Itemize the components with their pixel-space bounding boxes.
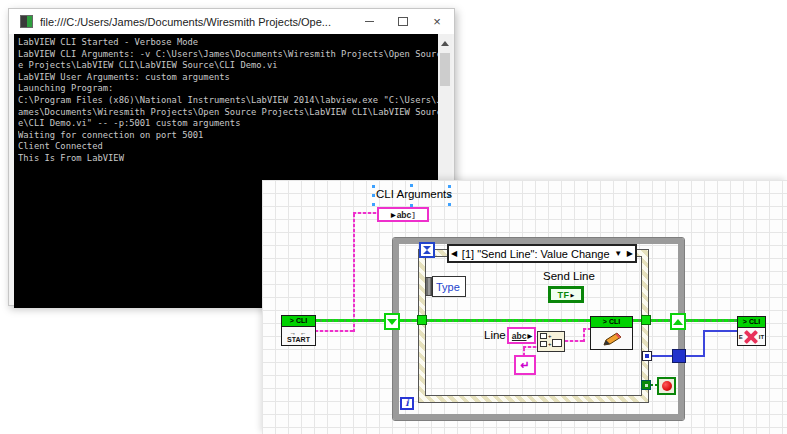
numeric-wire[interactable] (651, 355, 672, 357)
line-label[interactable]: Line (484, 329, 506, 341)
case-dropdown-icon[interactable]: ▼ (614, 249, 622, 258)
scroll-up-button[interactable] (438, 38, 452, 48)
string-wire[interactable] (583, 328, 585, 342)
event-tunnel-numeric[interactable] (642, 351, 652, 361)
hourglass-icon (423, 250, 431, 254)
exit-letters-it: IT (759, 334, 764, 340)
console-line: e Projects\LabVIEW CLI\LabVIEW Source\CL… (18, 60, 438, 72)
cli-arguments-label[interactable]: CLI Arguments (376, 188, 452, 200)
terminal-bracket: ] (412, 210, 415, 219)
event-tunnel-out[interactable] (641, 315, 651, 325)
scrollbar-thumb[interactable] (440, 53, 450, 86)
boolean-terminal-text: TF (558, 290, 570, 300)
pencil-icon (600, 331, 624, 348)
selection-handle[interactable] (410, 184, 413, 187)
terminal-arrow-icon: ▶ (391, 211, 396, 218)
selection-handle[interactable] (372, 194, 375, 197)
block-diagram-panel: CLI Arguments ▶ abc ] ◀ [1] "Send Line":… (262, 180, 787, 434)
event-case-title: [1] "Send Line": Value Change (462, 248, 610, 260)
string-wire[interactable] (315, 330, 355, 332)
console-line: This Is From LabVIEW (18, 153, 438, 165)
event-data-node[interactable] (425, 277, 432, 296)
string-terminal-text: abc (397, 210, 412, 220)
app-icon (20, 15, 33, 28)
string-wire[interactable] (523, 346, 538, 348)
event-tunnel-stop[interactable] (641, 380, 651, 390)
console-line: Waiting for connection on port 5001 (18, 130, 438, 142)
terminal-arrow-icon: ▶ (528, 332, 533, 339)
string-input-icon (540, 333, 547, 339)
console-line: LabVIEW CLI Arguments: -v C:\Users\James… (18, 49, 438, 61)
cli-exit-vi-header: > CLI (738, 317, 765, 328)
event-timeout-terminal[interactable] (419, 242, 435, 258)
console-line: Client Connected (18, 141, 438, 153)
console-line: LabVIEW CLI Started - Verbose Mode (18, 37, 438, 49)
cli-start-vi-header: > CLI (282, 316, 315, 327)
minimize-icon (365, 21, 374, 22)
selection-handle[interactable] (448, 203, 451, 206)
iteration-label: i (405, 399, 408, 408)
send-line-label[interactable]: Send Line (543, 270, 595, 282)
shift-register-down-icon (387, 319, 397, 325)
cli-write-vi-header: > CLI (591, 317, 632, 328)
start-arrows-icon: → ← (290, 329, 308, 336)
console-titlebar[interactable]: file:///C:/Users/James/Documents/Wiresmi… (9, 9, 454, 34)
selection-handle[interactable] (372, 203, 375, 206)
numeric-wire[interactable] (703, 330, 737, 332)
event-case-selector[interactable]: ◀ [1] "Send Line": Value Change ▼ ▶ (447, 244, 637, 263)
maximize-icon (398, 17, 408, 26)
line-terminal[interactable]: abc ▶ (507, 327, 536, 344)
console-line: LabVIEW User Arguments: custom arguments (18, 72, 438, 84)
loop-condition-terminal[interactable] (657, 377, 676, 395)
iteration-terminal[interactable]: i (400, 397, 414, 410)
console-line: C:\Program Files (x86)\National Instrume… (18, 95, 438, 107)
string-terminal-text: abc (512, 331, 527, 341)
stop-button-icon (662, 381, 672, 391)
end-of-line-constant[interactable]: ↵ (514, 355, 536, 375)
loop-tunnel-numeric[interactable] (672, 349, 686, 363)
close-button[interactable]: × (420, 9, 454, 34)
minimize-button[interactable] (352, 9, 386, 34)
shift-register-right[interactable] (670, 313, 686, 330)
window-title: file:///C:/Users/James/Documents/Wiresmi… (40, 16, 352, 28)
close-icon: × (433, 15, 441, 28)
shift-register-left[interactable] (384, 313, 400, 330)
string-input-icon (540, 341, 547, 347)
console-line: Launching Program: (18, 83, 438, 95)
send-line-terminal[interactable]: TF ▶ (548, 286, 584, 303)
string-wire[interactable] (565, 340, 585, 342)
exit-x-icon (744, 330, 758, 344)
plus-glyph: + (548, 341, 552, 347)
event-data-type-field[interactable]: Type (432, 276, 466, 297)
selection-handle[interactable] (372, 185, 375, 188)
console-line: ames\Documents\Wiresmith Projects\Open S… (18, 107, 438, 119)
terminal-arrow-icon: ▶ (571, 292, 575, 298)
next-case-icon[interactable]: ▶ (627, 249, 633, 258)
eol-icon: ↵ (520, 359, 529, 372)
scroll-up-icon (441, 41, 449, 46)
cli-start-vi[interactable]: > CLI → ← START (281, 315, 316, 346)
shift-register-up-icon (673, 319, 683, 325)
start-vi-label: START (287, 336, 310, 344)
type-label: Type (436, 281, 460, 293)
string-output-icon (552, 339, 562, 347)
cli-exit-vi[interactable]: > CLI E IT (737, 316, 766, 346)
numeric-wire[interactable] (703, 330, 705, 357)
prev-case-icon[interactable]: ◀ (451, 249, 457, 258)
event-tunnel-in[interactable] (417, 315, 427, 325)
plus-glyph: + (548, 333, 552, 339)
string-wire[interactable] (353, 212, 355, 332)
exit-letter-e: E (739, 334, 743, 340)
cli-write-vi[interactable]: > CLI (590, 316, 633, 350)
cli-arguments-terminal[interactable]: ▶ abc ] (377, 207, 429, 222)
maximize-button[interactable] (386, 9, 420, 34)
string-wire[interactable] (353, 212, 379, 214)
console-line: e\CLI Demo.vi" -- -p:5001 custom argumen… (18, 118, 438, 130)
concatenate-strings-node[interactable]: + + (537, 331, 565, 352)
